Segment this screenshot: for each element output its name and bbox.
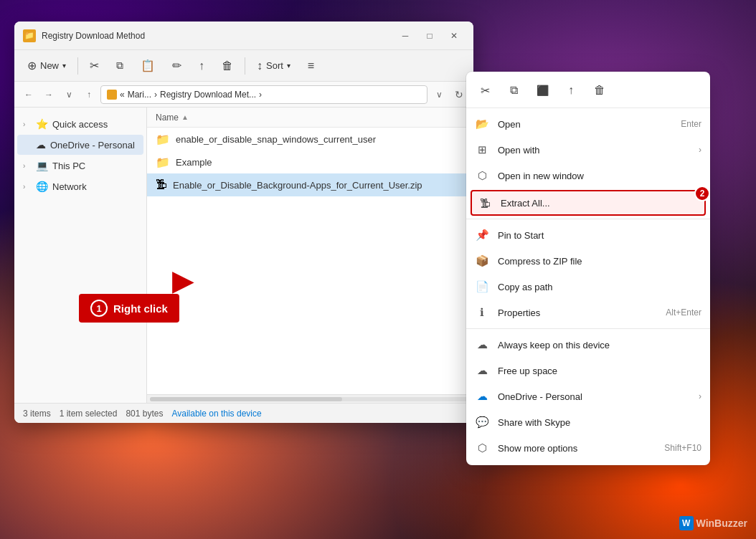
selected-count: 1 item selected	[60, 409, 118, 419]
file-item-zip1[interactable]: 🗜 Enable_or_Disable_Background-Apps_for_…	[147, 173, 473, 196]
title-bar-text: Registry Download Method	[42, 31, 394, 41]
expand-icon: ∨	[66, 90, 72, 100]
cm-item-open[interactable]: 📂 Open Enter	[466, 111, 710, 137]
cm-item-more-options[interactable]: ⬡ Show more options Shift+F10	[466, 435, 710, 461]
minimize-button[interactable]: ─	[394, 28, 416, 44]
cm-separator-1	[466, 219, 710, 219]
expand-button[interactable]: ∨	[60, 86, 77, 103]
cm-more-options-icon: ⬡	[475, 442, 489, 454]
column-sort-arrow: ▲	[181, 113, 189, 121]
cm-share-button[interactable]: ↑	[558, 79, 584, 102]
forward-icon: →	[44, 90, 53, 100]
cm-open-icon: 📂	[475, 118, 489, 130]
cm-open-with-label: Open with	[498, 145, 690, 156]
cm-item-onedrive[interactable]: ☁ OneDrive - Personal ›	[466, 383, 710, 409]
watermark-text: WinBuzzer	[696, 517, 747, 529]
rename-button[interactable]: ✏	[165, 54, 189, 77]
view-icon: ≡	[308, 59, 314, 72]
sidebar-item-onedrive[interactable]: ☁ OneDrive - Personal	[17, 135, 143, 155]
cm-paste-button[interactable]: ⬛	[529, 79, 555, 102]
path-dropdown-button[interactable]: ∨	[430, 86, 448, 103]
cut-button[interactable]: ✂	[82, 54, 106, 77]
cm-open-label: Open	[498, 119, 672, 130]
cm-item-compress-zip[interactable]: 📦 Compress to ZIP file	[466, 248, 710, 274]
sidebar-item-this-pc[interactable]: › 💻 This PC	[17, 156, 143, 176]
cm-item-keep-device[interactable]: ☁ Always keep on this device	[466, 332, 710, 358]
cm-open-with-arrow: ›	[699, 145, 701, 155]
new-button[interactable]: ⊕ New ▾	[20, 54, 73, 77]
cm-compress-zip-icon: 📦	[475, 254, 489, 267]
new-label: New	[40, 60, 59, 71]
cm-open-shortcut: Enter	[681, 119, 701, 129]
cm-item-free-space[interactable]: ☁ Free up space	[466, 358, 710, 383]
refresh-icon: ↻	[455, 89, 463, 100]
refresh-button[interactable]: ↻	[450, 86, 468, 103]
paste-button[interactable]: 📋	[133, 54, 162, 77]
horizontal-scrollbar[interactable]	[147, 394, 473, 403]
copy-icon: ⧉	[116, 59, 123, 72]
cm-copy-icon: ⧉	[510, 84, 518, 97]
cm-item-share-skype[interactable]: 💬 Share with Skype	[466, 409, 710, 435]
up-button[interactable]: ↑	[80, 86, 98, 103]
cm-paste-icon: ⬛	[537, 85, 549, 96]
sort-button[interactable]: ↕ Sort ▾	[250, 54, 298, 77]
new-dropdown-icon: ▾	[62, 62, 66, 70]
annotation-number-1: 1	[90, 300, 108, 317]
quick-access-icon: ⭐	[36, 118, 48, 130]
cm-onedrive-icon: ☁	[475, 390, 489, 403]
this-pc-icon: 💻	[36, 160, 48, 171]
explorer-window: 📁 Registry Download Method ─ □ ✕ ⊕ New ▾…	[14, 22, 473, 423]
cm-share-skype-icon: 💬	[475, 416, 489, 429]
cm-item-open-new-window[interactable]: ⬡ Open in new window	[466, 163, 710, 189]
cm-properties-icon: ℹ	[475, 306, 489, 319]
delete-button[interactable]: 🗑	[214, 54, 240, 77]
cm-extract-all-icon: 🗜	[478, 197, 492, 209]
view-button[interactable]: ≡	[301, 54, 321, 77]
path-separator-text: «	[120, 90, 125, 100]
window-controls: ─ □ ✕	[394, 28, 465, 44]
file-item-folder1[interactable]: 📁 enable_or_disable_snap_windows_current…	[147, 128, 473, 151]
delete-icon: 🗑	[222, 59, 233, 72]
network-icon: 🌐	[36, 181, 48, 192]
cm-item-extract-all[interactable]: 🗜 Extract All... 2	[471, 190, 706, 216]
path-chevron: ›	[154, 90, 157, 100]
cm-delete-icon: 🗑	[594, 84, 605, 97]
file-item-folder2[interactable]: 📁 Example	[147, 151, 473, 173]
cm-copy-button[interactable]: ⧉	[501, 79, 526, 102]
cm-properties-label: Properties	[498, 307, 657, 318]
cm-delete-button[interactable]: 🗑	[587, 79, 613, 102]
cm-pin-start-label: Pin to Start	[498, 230, 701, 241]
cm-free-space-icon: ☁	[475, 364, 489, 377]
address-path[interactable]: « Mari... › Registry Download Met... ›	[100, 85, 427, 104]
cm-item-open-with[interactable]: ⊞ Open with ›	[466, 137, 710, 163]
this-pc-arrow: ›	[23, 162, 32, 170]
back-button[interactable]: ←	[20, 86, 37, 103]
rename-icon: ✏	[172, 59, 181, 72]
maximize-button[interactable]: □	[419, 28, 440, 44]
right-click-text: Right click	[113, 302, 168, 315]
share-icon: ↑	[199, 59, 204, 72]
folder2-name: Example	[176, 157, 212, 168]
column-name[interactable]: Name ▲	[156, 113, 465, 123]
sidebar-item-quick-access[interactable]: › ⭐ Quick access	[17, 114, 143, 134]
copy-button[interactable]: ⧉	[109, 54, 131, 77]
network-label: Network	[52, 181, 87, 192]
close-button[interactable]: ✕	[443, 28, 465, 44]
cm-properties-shortcut: Alt+Enter	[666, 307, 701, 318]
folder1-name: enable_or_disable_snap_windows_current_u…	[176, 134, 376, 145]
h-scroll-track	[150, 397, 471, 401]
cm-cut-icon: ✂	[481, 84, 490, 97]
cm-item-properties[interactable]: ℹ Properties Alt+Enter	[466, 300, 710, 325]
cm-copy-path-label: Copy as path	[498, 282, 701, 292]
toolbar-divider-1	[77, 57, 78, 75]
cm-cut-button[interactable]: ✂	[472, 79, 498, 102]
cm-keep-device-label: Always keep on this device	[498, 340, 701, 350]
cm-item-pin-start[interactable]: 📌 Pin to Start	[466, 222, 710, 248]
share-button[interactable]: ↑	[192, 54, 212, 77]
address-bar: ← → ∨ ↑ « Mari... › Registry Download Me…	[14, 82, 473, 108]
file-size: 801 bytes	[126, 409, 163, 419]
cm-item-copy-path[interactable]: 📄 Copy as path	[466, 274, 710, 300]
sidebar-item-network[interactable]: › 🌐 Network	[17, 176, 143, 196]
forward-button[interactable]: →	[40, 86, 57, 103]
toolbar-divider-2	[245, 57, 245, 75]
